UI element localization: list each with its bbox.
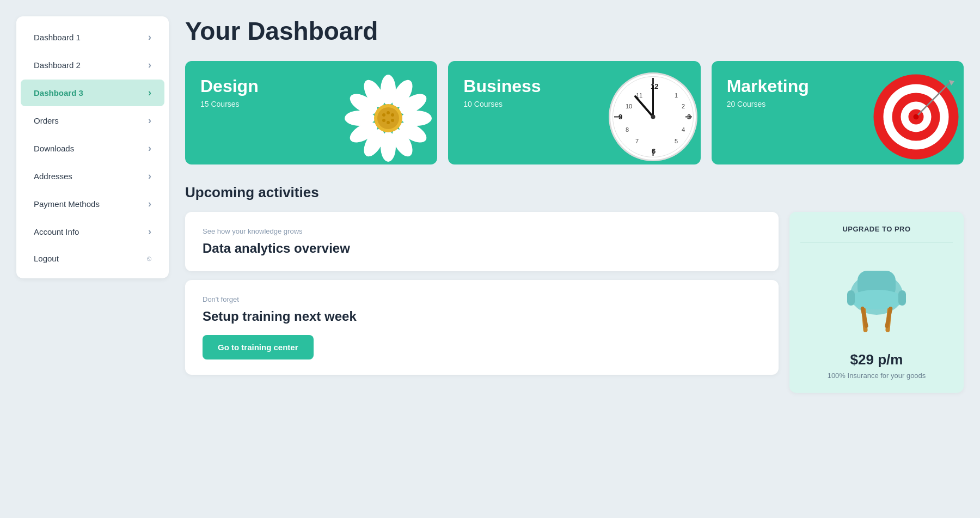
activity-card-1: Don't forgetSetup training next weekGo t…	[185, 280, 779, 375]
sidebar-item-orders[interactable]: Orders›	[21, 107, 164, 134]
chevron-right-icon: ›	[148, 198, 151, 210]
sidebar-item-payment-methods[interactable]: Payment Methods›	[21, 191, 164, 217]
logout-icon: ⎋	[147, 254, 151, 263]
sidebar-item-label: Dashboard 1	[34, 33, 81, 42]
sidebar-item-dashboard-3[interactable]: Dashboard 3›	[21, 80, 164, 106]
svg-rect-53	[898, 290, 906, 306]
sidebar-item-label: Logout	[34, 254, 59, 263]
svg-point-51	[849, 290, 904, 309]
page-layout: Dashboard 1›Dashboard 2›Dashboard 3›Orde…	[16, 16, 964, 393]
course-card-image-business: 12 3 9 6 1 11 2 10 4 8 5 7	[592, 88, 701, 164]
sidebar-item-account-info[interactable]: Account Info›	[21, 218, 164, 245]
svg-point-40	[651, 115, 655, 119]
svg-text:5: 5	[675, 138, 678, 144]
chevron-right-icon: ›	[148, 32, 151, 43]
page-title: Your Dashboard	[185, 16, 964, 46]
sidebar-item-label: Dashboard 2	[34, 60, 81, 70]
upgrade-card: UPGRADE TO PRO	[789, 212, 964, 393]
upgrade-divider	[800, 242, 953, 242]
activity-card-0: See how your knowledge growsData analyti…	[185, 212, 779, 271]
course-card-marketing[interactable]: Marketing20 Courses	[712, 61, 964, 164]
sidebar-item-dashboard-1[interactable]: Dashboard 1›	[21, 24, 164, 51]
course-card-image-design	[328, 88, 437, 164]
course-cards-grid: Design15 Courses	[185, 61, 964, 164]
sidebar-item-label: Addresses	[34, 172, 72, 181]
svg-text:12: 12	[651, 82, 658, 90]
chevron-right-icon: ›	[148, 226, 151, 237]
upgrade-price: $29 p/m	[850, 351, 903, 368]
sidebar-item-label: Account Info	[34, 227, 79, 236]
svg-text:6: 6	[652, 147, 656, 155]
chevron-right-icon: ›	[148, 143, 151, 154]
main-content: Your Dashboard Design15 Courses	[185, 16, 964, 393]
svg-point-19	[382, 113, 385, 117]
sidebar-item-label: Downloads	[34, 144, 74, 153]
chevron-right-icon: ›	[148, 170, 151, 182]
course-card-design[interactable]: Design15 Courses	[185, 61, 437, 164]
svg-point-16	[391, 119, 394, 122]
sidebar-item-addresses[interactable]: Addresses›	[21, 163, 164, 190]
svg-text:7: 7	[635, 138, 639, 144]
svg-text:4: 4	[682, 126, 685, 133]
sidebar-item-downloads[interactable]: Downloads›	[21, 135, 164, 162]
svg-point-48	[914, 114, 919, 120]
sidebar-item-dashboard-2[interactable]: Dashboard 2›	[21, 52, 164, 78]
svg-text:2: 2	[682, 103, 685, 109]
svg-point-17	[387, 121, 390, 124]
course-card-image-marketing	[855, 88, 964, 164]
target-icon	[868, 69, 964, 164]
svg-text:9: 9	[618, 113, 622, 121]
activities-column: See how your knowledge growsData analyti…	[185, 212, 779, 393]
activity-title: Data analytics overview	[203, 241, 761, 256]
chair-illustration	[833, 253, 920, 340]
activity-label: Don't forget	[203, 295, 761, 303]
sidebar-item-label: Payment Methods	[34, 199, 100, 209]
activity-title: Setup training next week	[203, 309, 761, 324]
sidebar-item-logout[interactable]: Logout⎋	[21, 246, 164, 271]
svg-point-15	[391, 113, 394, 117]
svg-point-13	[377, 107, 399, 129]
upgrade-description: 100% Insurance for your goods	[828, 371, 926, 380]
chevron-right-icon: ›	[148, 59, 151, 71]
upgrade-label: UPGRADE TO PRO	[842, 225, 910, 233]
svg-text:8: 8	[626, 126, 629, 133]
sidebar-item-label: Orders	[34, 116, 59, 125]
course-card-business[interactable]: Business10 Courses 12 3 9 6 1 11 2 10 4 …	[448, 61, 700, 164]
svg-text:3: 3	[687, 113, 691, 121]
svg-point-18	[382, 119, 385, 122]
svg-rect-52	[847, 290, 855, 306]
daisy-icon	[339, 72, 437, 164]
svg-text:10: 10	[626, 103, 632, 109]
chevron-right-icon: ›	[148, 115, 151, 126]
activity-label: See how your knowledge grows	[203, 227, 761, 235]
sidebar: Dashboard 1›Dashboard 2›Dashboard 3›Orde…	[16, 16, 169, 278]
upcoming-section-title: Upcoming activities	[185, 184, 964, 201]
svg-text:1: 1	[675, 92, 678, 99]
activities-layout: See how your knowledge growsData analyti…	[185, 212, 964, 393]
go-to-training-button[interactable]: Go to training center	[203, 335, 314, 359]
svg-point-14	[387, 111, 390, 114]
clock-icon: 12 3 9 6 1 11 2 10 4 8 5 7	[605, 69, 701, 164]
sidebar-item-label: Dashboard 3	[34, 88, 83, 97]
chevron-right-icon: ›	[148, 87, 151, 99]
